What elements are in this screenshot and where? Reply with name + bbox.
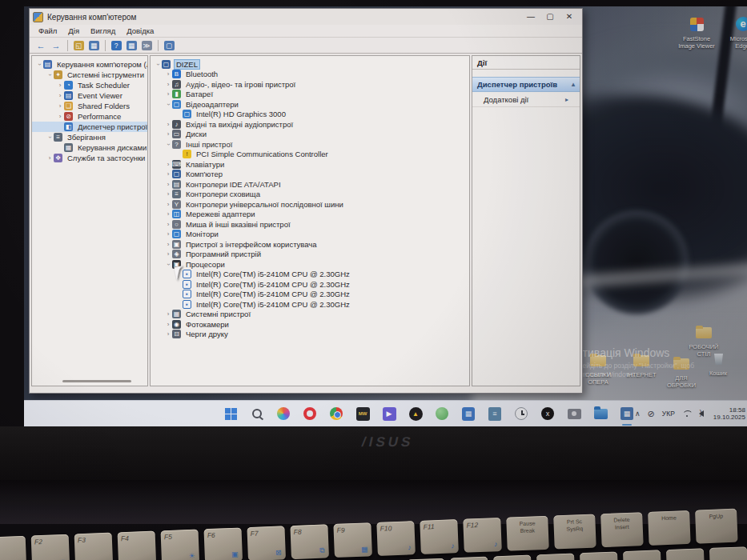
chevron-collapsed-icon[interactable]: › [164,330,172,338]
tree-item[interactable]: ›⊘Performance [32,111,147,122]
chevron-collapsed-icon[interactable]: › [46,154,54,162]
tree-item[interactable]: !PCI Simple Communications Controller [151,150,469,160]
tree-item[interactable]: ›▢Монітори [151,230,469,240]
export-list-icon[interactable]: ≫ [139,39,154,52]
tree-item[interactable]: ›♫Аудіо-, відео- та ігрові пристрої [151,79,469,90]
game-mw-icon[interactable]: MW [355,406,371,422]
tree-item[interactable]: ›▢DIZEL [151,59,469,70]
chevron-expanded-icon[interactable]: › [165,100,172,108]
tree-item[interactable]: ›▢Комп'ютер [151,170,469,180]
key-partial[interactable] [580,551,619,560]
maximize-button[interactable]: ▢ [540,10,560,24]
tree-item[interactable]: ›♪Вхідні та вихідні аудіопристрої [151,119,469,130]
key-f11[interactable]: F11♪ [420,519,459,554]
tree-item[interactable]: ›BBluetooth [151,70,469,80]
key-f2[interactable]: F2» [31,534,70,560]
tree-item[interactable]: ›▣Процесори [151,259,469,270]
tree-item[interactable]: ›◫Мережеві адаптери [151,210,469,220]
clock-app-icon[interactable] [513,406,529,422]
chevron-collapsed-icon[interactable]: › [164,201,172,208]
tree-item[interactable]: ▦Керування дисками [32,142,147,153]
chevron-collapsed-icon[interactable]: › [56,82,64,89]
chevron-collapsed-icon[interactable]: › [164,130,172,138]
console-window-icon[interactable]: ▦ [86,39,101,52]
tree-item[interactable]: ▪Intel(R) Core(TM) i5-2410M CPU @ 2.30GH… [151,299,469,310]
tree-item[interactable]: ›◈Програмний пристрій [151,250,469,260]
tree-item[interactable]: ›?Інші пристрої [151,139,469,150]
horizontal-scrollbar[interactable] [62,380,131,382]
clock[interactable]: 18:58 19.10.2025 [713,406,745,421]
tree-item[interactable]: ▪Intel(R) Core(TM) i5-2410M CPU @ 2.30GH… [151,270,469,280]
key-partial[interactable] [623,550,662,560]
properties-window-icon[interactable]: ▦ [124,39,139,52]
aimp-icon[interactable]: ▲ [408,406,424,422]
language-indicator[interactable]: УКР [662,410,675,418]
tree-item[interactable]: ›▤Керування комп'ютером (лок [32,59,147,70]
chevron-collapsed-icon[interactable]: › [164,70,172,78]
chevron-collapsed-icon[interactable]: › [164,190,172,198]
key-pause[interactable]: PauseBreak [506,516,549,551]
tree-item[interactable]: ›▣Пристрої з інтерфейсом користувача [151,239,469,250]
tree-item[interactable]: ›⊟Черги друку [151,330,469,340]
opera-icon[interactable] [302,406,318,422]
key-f4[interactable]: F4 [118,531,157,560]
chevron-collapsed-icon[interactable]: › [164,81,172,88]
recycle-bin[interactable]: Кошик [695,350,741,377]
tree-item[interactable]: ›○Миша й інші вказівні пристрої [151,219,469,230]
minimize-button[interactable]: — [521,10,540,24]
key-f7[interactable]: F7⊠ [247,526,286,560]
chrome-icon[interactable] [328,406,344,422]
faststone-icon[interactable]: FastStoneImage Viewer [673,16,720,50]
tree-item[interactable]: ›▤Контролери IDE ATA/ATAPI [151,179,469,190]
volume-icon[interactable] [699,410,704,417]
chevron-expanded-icon[interactable]: › [36,61,43,69]
tree-item[interactable]: ›≡Зберігання [32,132,147,142]
up-folder-icon[interactable]: ◱ [71,39,86,52]
camera-app-icon[interactable] [566,406,582,422]
key-partial[interactable] [536,554,576,560]
actions-device-manager-section[interactable]: Диспетчер пристроїв ▴ [472,77,580,92]
key-pgup[interactable]: PgUp [695,509,738,544]
sync-off-icon[interactable]: ⊘ [648,409,655,419]
tree-item[interactable]: ›≡Контролери сховища [151,190,469,200]
help-icon[interactable]: ? [109,39,123,52]
key-partial[interactable] [450,557,489,560]
xbox-icon[interactable]: x [540,406,556,422]
tree-item[interactable]: ›▮Батареї [151,90,469,100]
key-partial[interactable] [666,548,705,560]
key-partial[interactable] [709,546,747,560]
media-player-icon[interactable]: ▶ [381,406,397,422]
tree-item[interactable]: ›◉Фотокамери [151,319,469,330]
title-bar[interactable]: Керування комп'ютером — ▢ ✕ [30,9,582,25]
chevron-collapsed-icon[interactable]: › [164,250,172,258]
calculator-icon[interactable]: ▦ [460,406,476,422]
tree-item[interactable]: ›▤Event Viewer [32,90,147,101]
chevron-expanded-icon[interactable]: › [46,134,54,142]
chevron-collapsed-icon[interactable]: › [164,241,172,248]
chevron-collapsed-icon[interactable]: › [164,90,172,98]
key-prt-sc[interactable]: Prt ScSysRq [553,514,596,549]
key-f6[interactable]: F6▣ [203,527,243,560]
chevron-expanded-icon[interactable]: › [165,140,172,148]
remote-monitor-icon[interactable]: ▢ [162,39,176,52]
chevron-collapsed-icon[interactable]: › [164,121,172,128]
chevron-collapsed-icon[interactable]: › [164,321,172,328]
green-app-icon[interactable] [434,406,450,422]
key-partial[interactable] [493,555,532,560]
tree-item[interactable]: ›▭Диски [151,130,469,140]
edge-icon[interactable]: MicrosoftEdge [719,16,747,50]
menu-item-1[interactable]: Дія [62,26,85,35]
tray-chevron-icon[interactable]: ∧ [635,410,641,418]
chevron-collapsed-icon[interactable]: › [164,161,172,168]
close-button[interactable]: ✕ [560,10,579,24]
expand-arrow-icon[interactable]: ▸ [565,96,568,103]
wifi-icon[interactable] [682,410,692,418]
copilot-icon[interactable] [275,406,291,422]
tree-item[interactable]: ◧Диспетчер пристроїв [32,122,147,132]
start-button[interactable] [223,406,239,422]
chevron-collapsed-icon[interactable]: › [164,170,172,178]
chevron-collapsed-icon[interactable]: › [164,221,172,228]
tree-item[interactable]: ›✦Системні інструменти [32,70,147,80]
chevron-expanded-icon[interactable]: › [155,60,162,68]
key-home[interactable]: Home [648,510,691,546]
